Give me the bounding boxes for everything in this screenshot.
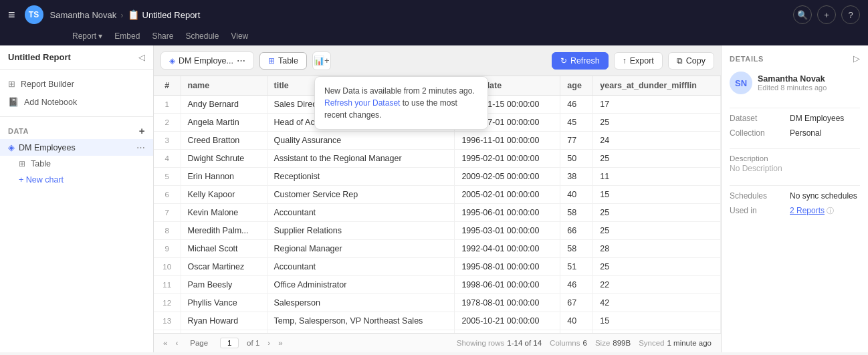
cell-years: 22 — [593, 276, 721, 294]
cell-start-date: 1992-04-01 00:00:00 — [455, 240, 560, 258]
sidebar-item-add-notebook[interactable]: 📓 Add Notebook — [0, 93, 153, 111]
columns-value: 6 — [583, 339, 587, 347]
sidebar-sub-item-table[interactable]: ⊞ Table — [0, 156, 153, 172]
table-row[interactable]: 10 Oscar Martinez Accountant 1995-08-01 … — [154, 258, 721, 276]
details-user: SN Samantha Novak Edited 8 minutes ago — [730, 72, 860, 94]
page-input[interactable] — [220, 338, 239, 348]
cell-name: Meredith Palm... — [181, 222, 267, 240]
table-row[interactable]: 9 Michael Scott Regional Manager 1992-04… — [154, 240, 721, 258]
tab-add-btn[interactable]: 📊+ — [312, 51, 331, 70]
table-row[interactable]: 7 Kevin Malone Accountant 1995-06-01 00:… — [154, 204, 721, 222]
sidebar-header-icons: ◁ — [138, 52, 145, 62]
table-row[interactable]: 3 Creed Bratton Quality Assurance 1996-1… — [154, 132, 721, 150]
col-header-years[interactable]: years_at_dunder_mifflin — [593, 76, 721, 96]
next-page-btn[interactable]: › — [267, 339, 270, 347]
last-page-btn[interactable]: » — [278, 339, 282, 347]
tooltip-text1: New Data is available from 2 minutes ago… — [324, 86, 475, 96]
details-divider2 — [730, 148, 860, 149]
cell-title: Accountant — [267, 258, 455, 276]
status-bar: « ‹ Page of 1 › » Showing rows 1-14 of 1… — [154, 333, 721, 352]
sub-nav-share[interactable]: Share — [152, 31, 173, 41]
details-collapse-btn[interactable]: ▷ — [853, 53, 860, 64]
table-row[interactable]: 13 Ryan Howard Temp, Salesperson, VP Nor… — [154, 312, 721, 330]
app-logo-icon[interactable]: ≡ — [8, 8, 15, 22]
table-row[interactable]: 11 Pam Beesly Office Administrator 1998-… — [154, 276, 721, 294]
cell-start-date: 2005-02-01 00:00:00 — [455, 186, 560, 204]
first-page-btn[interactable]: « — [163, 339, 167, 347]
main-layout: Untitled Report ◁ ⊞ Report Builder 📓 Add… — [0, 45, 868, 352]
table-row[interactable]: 4 Dwight Schrute Assistant to the Region… — [154, 150, 721, 168]
refresh-label: Refresh — [570, 56, 600, 66]
table-row[interactable]: 12 Phyllis Vance Salesperson 1978-08-01 … — [154, 294, 721, 312]
cell-start-date: 1995-02-01 00:00:00 — [455, 150, 560, 168]
sidebar-dataset-item[interactable]: ◈ DM Employees ⋯ — [0, 139, 153, 156]
sub-nav-view[interactable]: View — [231, 31, 248, 41]
copy-btn[interactable]: ⧉ Copy — [668, 52, 714, 70]
cell-title: Accountant — [267, 204, 455, 222]
cell-years: 25 — [593, 150, 721, 168]
table-row[interactable]: 8 Meredith Palm... Supplier Relations 19… — [154, 222, 721, 240]
cell-start-date: 1998-06-01 00:00:00 — [455, 276, 560, 294]
col-header-age[interactable]: age — [560, 76, 593, 96]
sub-nav-report[interactable]: Report ▾ — [72, 31, 102, 41]
cell-title: Regional Manager — [267, 240, 455, 258]
add-data-icon[interactable]: + — [139, 125, 145, 136]
sidebar-add-chart[interactable]: + New chart — [0, 172, 153, 188]
refresh-btn[interactable]: ↻ Refresh — [552, 52, 609, 70]
tab-more-icon[interactable]: ⋯ — [237, 55, 245, 66]
tooltip-refresh-link[interactable]: Refresh your Dataset — [324, 98, 400, 108]
sub-nav-embed[interactable]: Embed — [114, 31, 140, 41]
cell-title: Salesperson — [267, 294, 455, 312]
help-icon-btn[interactable]: ? — [841, 5, 860, 24]
page-of-label: of 1 — [247, 339, 259, 347]
cell-years: 28 — [593, 240, 721, 258]
data-section-title: DATA — [8, 127, 29, 135]
info-icon: ⓘ — [827, 206, 834, 216]
tab-table[interactable]: ⊞ Table — [259, 52, 307, 70]
dataset-name: DM Employees — [19, 143, 76, 152]
sub-nav: Report ▾ Embed Share Schedule View — [0, 29, 868, 45]
prev-page-btn[interactable]: ‹ — [175, 339, 178, 347]
details-collection-label: Collection — [730, 128, 790, 138]
col-header-name[interactable]: name — [181, 76, 267, 96]
avatar[interactable]: TS — [25, 5, 43, 24]
cell-age: 58 — [560, 240, 593, 258]
cell-age: 40 — [560, 312, 593, 330]
details-usedin-value[interactable]: 2 Reports — [790, 206, 825, 216]
cell-age: 51 — [560, 258, 593, 276]
col-header-num: # — [154, 76, 181, 96]
sidebar-data-label: DATA + — [0, 122, 153, 139]
synced-label: Synced — [639, 339, 664, 347]
cell-age: 77 — [560, 132, 593, 150]
add-icon-btn[interactable]: + — [817, 5, 836, 24]
details-dataset-value: DM Employees — [790, 114, 844, 123]
cell-num: 11 — [154, 276, 181, 294]
cell-age: 46 — [560, 96, 593, 114]
details-divider1 — [730, 108, 860, 108]
details-description-label: Description — [730, 154, 860, 162]
sidebar-expand-icon[interactable]: ◁ — [138, 52, 145, 62]
tab-dm-employees[interactable]: ◈ DM Employe... ⋯ — [160, 51, 254, 70]
sub-nav-schedule[interactable]: Schedule — [185, 31, 219, 41]
cell-name: Ryan Howard — [181, 312, 267, 330]
cell-name: Pam Beesly — [181, 276, 267, 294]
details-schedules-label: Schedules — [730, 191, 790, 201]
add-tab-icon: 📊+ — [314, 55, 330, 66]
sidebar: Untitled Report ◁ ⊞ Report Builder 📓 Add… — [0, 45, 154, 352]
details-user-info: Samantha Novak Edited 8 minutes ago — [758, 74, 827, 92]
cell-title: Quality Assurance — [267, 132, 455, 150]
cell-title: Temp, Salesperson, VP Northeast Sales — [267, 312, 455, 330]
sidebar-item-report-builder[interactable]: ⊞ Report Builder — [0, 75, 153, 93]
dataset-more-icon[interactable]: ⋯ — [136, 142, 145, 152]
table-row[interactable]: 6 Kelly Kapoor Customer Service Rep 2005… — [154, 186, 721, 204]
export-btn[interactable]: ↑ Export — [614, 52, 663, 70]
cell-num: 10 — [154, 258, 181, 276]
table-row[interactable]: 5 Erin Hannon Receptionist 2009-02-05 00… — [154, 168, 721, 186]
details-edited-time: Edited 8 minutes ago — [758, 84, 827, 92]
details-row-schedules: Schedules No sync schedules — [730, 191, 860, 201]
search-icon-btn[interactable]: 🔍 — [793, 5, 812, 24]
content-area: ◈ DM Employe... ⋯ ⊞ Table 📊+ ↻ Refresh ↑… — [154, 45, 721, 352]
add-chart-label: + New chart — [19, 175, 64, 185]
details-dataset-label: Dataset — [730, 114, 790, 123]
cell-age: 40 — [560, 186, 593, 204]
